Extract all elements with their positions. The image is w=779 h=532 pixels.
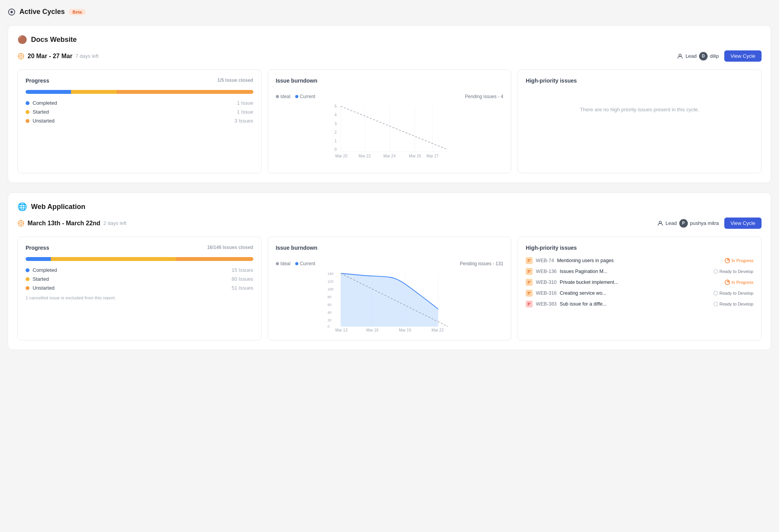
date-range: 20 Mar - 27 Mar bbox=[28, 53, 73, 60]
progress-bar bbox=[26, 90, 253, 94]
svg-text:2: 2 bbox=[334, 130, 337, 135]
issue-title: Mentioning users in pages bbox=[557, 258, 722, 263]
svg-point-28 bbox=[20, 222, 22, 225]
svg-rect-61 bbox=[528, 283, 529, 283]
cycle-block-web-application: 🌐 Web Application March 13th - March 22n… bbox=[8, 192, 771, 350]
svg-point-1 bbox=[10, 11, 13, 13]
issue-title: Sub issue for a diffe... bbox=[560, 301, 710, 307]
issue-icon bbox=[526, 257, 533, 264]
high-priority-title: High-priority issues bbox=[526, 245, 753, 251]
svg-text:0: 0 bbox=[334, 147, 337, 152]
issue-id: WEB-74 bbox=[536, 258, 554, 263]
status-circle bbox=[713, 269, 718, 274]
svg-text:60: 60 bbox=[327, 303, 331, 307]
lead-info: Lead P pushya mitra bbox=[657, 219, 719, 228]
svg-text:40: 40 bbox=[327, 311, 331, 314]
cycle-title-row: 🌐 Web Application bbox=[17, 202, 762, 211]
legend-item: Started 80 Issues bbox=[26, 276, 253, 282]
timer-icon bbox=[17, 220, 24, 227]
legend-label: Started bbox=[33, 109, 49, 115]
status-text: Ready to Develop bbox=[720, 269, 753, 274]
high-priority-panel: High-priority issues WEB-74 Mentioning u… bbox=[518, 237, 762, 340]
progress-panel: Progress 16/146 Issues closed Completed … bbox=[17, 237, 261, 340]
issue-status: Ready to Develop bbox=[713, 269, 753, 274]
issue-title: Creating service wo... bbox=[560, 290, 710, 296]
burndown-header: Issue burndown bbox=[276, 78, 504, 90]
legend-left: Started bbox=[26, 276, 49, 282]
lead-name: pushya mitra bbox=[690, 220, 719, 226]
svg-rect-64 bbox=[528, 293, 530, 293]
cycle-date-row: March 13th - March 22nd 2 days left Lead… bbox=[17, 218, 762, 229]
progress-bar-started bbox=[51, 257, 176, 261]
svg-text:120: 120 bbox=[327, 280, 333, 283]
progress-title: Progress 1/5 Issue closed bbox=[26, 78, 253, 84]
legend-label: Completed bbox=[33, 267, 57, 273]
dot-yellow bbox=[26, 277, 29, 281]
priority-item: WEB-316 Creating service wo... Ready to … bbox=[526, 290, 753, 297]
issue-status: In Progress bbox=[725, 258, 753, 263]
legend-left: Completed bbox=[26, 100, 57, 106]
issue-status: Ready to Develop bbox=[713, 302, 753, 306]
svg-rect-54 bbox=[528, 261, 529, 262]
svg-rect-67 bbox=[528, 304, 530, 304]
cycle-name: Docs Website bbox=[31, 36, 77, 44]
cancelled-note: 1 cancelled issue is excluded from this … bbox=[26, 295, 253, 300]
svg-text:5: 5 bbox=[334, 104, 337, 109]
in-progress-icon bbox=[725, 280, 730, 285]
issue-status: Ready to Develop bbox=[713, 291, 753, 295]
svg-text:1: 1 bbox=[334, 139, 337, 143]
legend-left: Unstarted bbox=[26, 118, 54, 124]
cycle-name: Web Application bbox=[31, 203, 85, 211]
svg-text:100: 100 bbox=[327, 287, 333, 291]
issue-id: WEB-316 bbox=[536, 290, 557, 296]
dot-blue bbox=[26, 101, 29, 105]
status-text: In Progress bbox=[732, 258, 753, 263]
days-left: 7 days left bbox=[76, 53, 99, 59]
lead-label: Lead bbox=[666, 220, 677, 226]
page-title: Active Cycles bbox=[19, 8, 65, 16]
issue-icon bbox=[526, 279, 533, 286]
legend-left: Completed bbox=[26, 267, 57, 273]
priority-item: WEB-383 Sub issue for a diffe... Ready t… bbox=[526, 301, 753, 307]
view-cycle-button[interactable]: View Cycle bbox=[724, 218, 762, 229]
legend-item: Unstarted 3 Issues bbox=[26, 118, 253, 124]
lead-label: Lead bbox=[686, 53, 697, 59]
status-text: In Progress bbox=[732, 280, 753, 285]
issue-icon bbox=[526, 268, 533, 275]
progress-legend: Completed 15 Issues Started 80 Issues Un… bbox=[26, 267, 253, 291]
beta-badge: Beta bbox=[69, 9, 86, 15]
svg-rect-60 bbox=[528, 282, 530, 282]
progress-title: Progress 16/146 Issues closed bbox=[26, 245, 253, 251]
chart-area: 140 120 100 80 60 40 20 0 Mar 13 Mar 16 … bbox=[276, 270, 504, 332]
burndown-header: Issue burndown bbox=[276, 245, 504, 257]
svg-text:Mar 27: Mar 27 bbox=[426, 154, 439, 158]
svg-text:Mar 20: Mar 20 bbox=[335, 154, 348, 158]
issue-id: WEB-310 bbox=[536, 280, 557, 285]
timer-icon bbox=[17, 53, 24, 60]
svg-line-21 bbox=[341, 106, 448, 150]
in-progress-icon bbox=[725, 258, 730, 263]
cycles-container: 🟤 Docs Website 20 Mar - 27 Mar 7 days le… bbox=[8, 25, 771, 350]
legend-label: Unstarted bbox=[33, 285, 54, 291]
high-priority-panel: High-priority issues There are no high p… bbox=[518, 69, 762, 173]
priority-item: WEB-136 Issues Pagination M... Ready to … bbox=[526, 268, 753, 275]
view-cycle-button[interactable]: View Cycle bbox=[724, 50, 762, 62]
pending-issues-label: Pending issues - 4 bbox=[465, 94, 504, 99]
legend-label: Unstarted bbox=[33, 118, 54, 124]
issue-id: WEB-136 bbox=[536, 269, 557, 274]
lead-name: dilip bbox=[710, 53, 719, 59]
dot-yellow bbox=[26, 110, 29, 114]
cycle-title-row: 🟤 Docs Website bbox=[17, 35, 762, 44]
svg-text:3: 3 bbox=[334, 122, 337, 126]
svg-rect-53 bbox=[528, 260, 530, 261]
progress-bar-unstarted bbox=[117, 90, 253, 94]
lead-avatar: P bbox=[679, 219, 688, 228]
svg-rect-68 bbox=[528, 305, 529, 305]
lead-avatar: D bbox=[699, 52, 708, 60]
ideal-legend: Ideal bbox=[276, 94, 291, 99]
issues-closed-label: 16/146 Issues closed bbox=[207, 245, 253, 250]
legend-item: Unstarted 51 Issues bbox=[26, 285, 253, 291]
burndown-legend: Ideal Current bbox=[276, 94, 315, 99]
current-legend: Current bbox=[295, 261, 315, 266]
cycle-icon bbox=[8, 8, 16, 16]
